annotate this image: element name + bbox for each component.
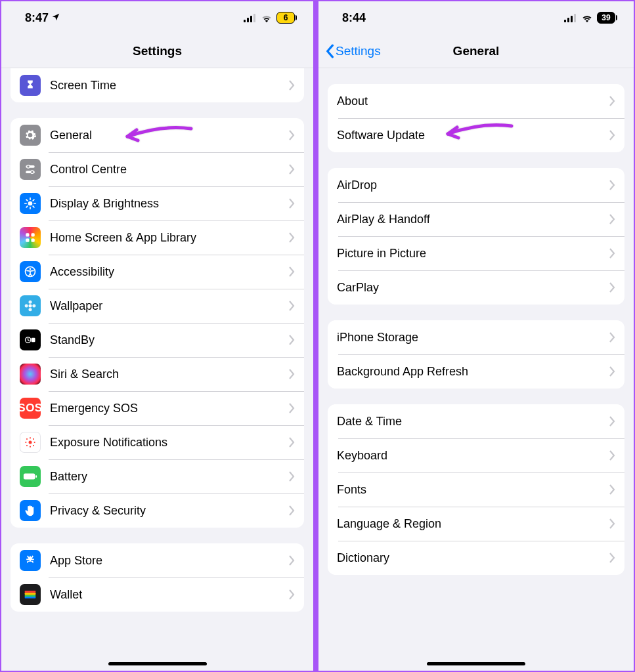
clock-card-icon — [20, 329, 41, 350]
page-title: Settings — [133, 44, 182, 58]
svg-point-14 — [30, 268, 32, 270]
svg-rect-10 — [32, 233, 35, 236]
chevron-right-icon — [609, 450, 615, 461]
row-label: App Store — [50, 554, 289, 568]
svg-point-23 — [30, 437, 31, 438]
row-screen-time[interactable]: Screen Time — [11, 68, 304, 102]
svg-rect-39 — [571, 16, 573, 22]
row-about[interactable]: About — [328, 84, 624, 118]
back-button[interactable]: Settings — [325, 34, 381, 68]
row-emergency-sos[interactable]: SOS Emergency SOS — [11, 391, 304, 425]
phone-settings: 8:47 6 Settings Screen Time — [0, 0, 316, 672]
svg-point-30 — [33, 445, 34, 446]
chevron-right-icon — [289, 505, 295, 516]
battery-indicator: 6 — [276, 12, 295, 24]
row-background-app-refresh[interactable]: Background App Refresh — [328, 354, 624, 388]
flower-icon — [20, 295, 41, 316]
row-siri-search[interactable]: Siri & Search — [11, 357, 304, 391]
chevron-right-icon — [289, 555, 295, 566]
chevron-right-icon — [609, 332, 615, 343]
svg-rect-0 — [244, 20, 246, 22]
cellular-signal-icon — [564, 14, 577, 22]
row-fonts[interactable]: Fonts — [328, 472, 624, 507]
row-privacy-security[interactable]: Privacy & Security — [11, 494, 304, 528]
row-carplay[interactable]: CarPlay — [328, 270, 624, 304]
row-exposure-notifications[interactable]: Exposure Notifications — [11, 425, 304, 459]
chevron-right-icon — [609, 416, 615, 427]
chevron-right-icon — [609, 518, 615, 529]
page-title: General — [453, 44, 500, 58]
general-list[interactable]: About Software Update AirDrop AirPlay & … — [318, 84, 634, 614]
chevron-right-icon — [609, 484, 615, 495]
row-home-screen[interactable]: Home Screen & App Library — [11, 220, 304, 255]
chevron-right-icon — [609, 130, 615, 140]
row-software-update[interactable]: Software Update — [328, 118, 624, 152]
svg-point-18 — [25, 304, 28, 308]
row-standby[interactable]: StandBy — [11, 323, 304, 357]
row-wallet[interactable]: Wallet — [11, 578, 304, 612]
cellular-signal-icon — [244, 14, 257, 22]
svg-rect-3 — [253, 14, 255, 22]
chevron-right-icon — [609, 366, 615, 377]
row-label: General — [50, 129, 289, 142]
chevron-right-icon — [289, 369, 295, 379]
chevron-right-icon — [289, 335, 295, 345]
row-battery[interactable]: Battery — [11, 459, 304, 494]
row-date-time[interactable]: Date & Time — [328, 404, 624, 438]
app-grid-icon — [20, 227, 41, 248]
chevron-right-icon — [289, 80, 295, 91]
accessibility-icon — [20, 261, 41, 282]
gear-icon — [20, 125, 41, 146]
row-label: Keyboard — [337, 449, 609, 463]
settings-group-screentime: Screen Time — [11, 68, 304, 102]
svg-point-15 — [29, 304, 32, 308]
row-general[interactable]: General — [11, 118, 304, 152]
row-keyboard[interactable]: Keyboard — [328, 438, 624, 472]
settings-group-store: App Store Wallet — [11, 543, 304, 612]
chevron-right-icon — [609, 553, 615, 563]
row-label: Date & Time — [337, 415, 609, 429]
row-label: AirDrop — [337, 178, 609, 192]
svg-rect-21 — [32, 338, 35, 343]
battery-icon — [20, 466, 41, 487]
appstore-icon — [20, 550, 41, 571]
hourglass-icon — [20, 75, 41, 96]
general-group-about: About Software Update — [328, 84, 624, 152]
home-indicator[interactable] — [427, 662, 525, 665]
row-label: Wallpaper — [50, 299, 289, 313]
chevron-right-icon — [609, 96, 615, 106]
svg-rect-32 — [35, 475, 37, 478]
row-dictionary[interactable]: Dictionary — [328, 541, 624, 575]
row-airplay-handoff[interactable]: AirPlay & Handoff — [328, 202, 624, 236]
svg-rect-40 — [574, 14, 576, 22]
row-picture-in-picture[interactable]: Picture in Picture — [328, 236, 624, 270]
svg-rect-38 — [567, 18, 569, 22]
row-wallpaper[interactable]: Wallpaper — [11, 289, 304, 323]
row-label: Wallet — [50, 588, 289, 602]
svg-point-27 — [26, 438, 28, 440]
row-label: Software Update — [337, 129, 609, 142]
chevron-right-icon — [289, 301, 295, 311]
chevron-right-icon — [609, 248, 615, 259]
svg-rect-2 — [250, 16, 252, 22]
svg-rect-34 — [25, 593, 36, 595]
row-airdrop[interactable]: AirDrop — [328, 168, 624, 202]
row-iphone-storage[interactable]: iPhone Storage — [328, 320, 624, 354]
svg-rect-12 — [32, 239, 35, 242]
row-app-store[interactable]: App Store — [11, 543, 304, 578]
row-label: Siri & Search — [50, 368, 289, 381]
row-control-centre[interactable]: Control Centre — [11, 152, 304, 186]
chevron-right-icon — [289, 589, 295, 600]
svg-rect-33 — [25, 591, 36, 593]
settings-list[interactable]: Screen Time General Control Centre — [1, 68, 313, 651]
row-label: Display & Brightness — [50, 197, 289, 211]
row-language-region[interactable]: Language & Region — [328, 507, 624, 541]
chevron-right-icon — [289, 130, 295, 140]
row-display-brightness[interactable]: Display & Brightness — [11, 186, 304, 220]
svg-point-25 — [25, 442, 26, 443]
home-indicator[interactable] — [108, 662, 207, 665]
wifi-icon — [261, 14, 273, 22]
svg-rect-36 — [25, 597, 36, 598]
phone-general: 8:44 39 Settings General About Software — [316, 0, 635, 672]
row-accessibility[interactable]: Accessibility — [11, 255, 304, 289]
